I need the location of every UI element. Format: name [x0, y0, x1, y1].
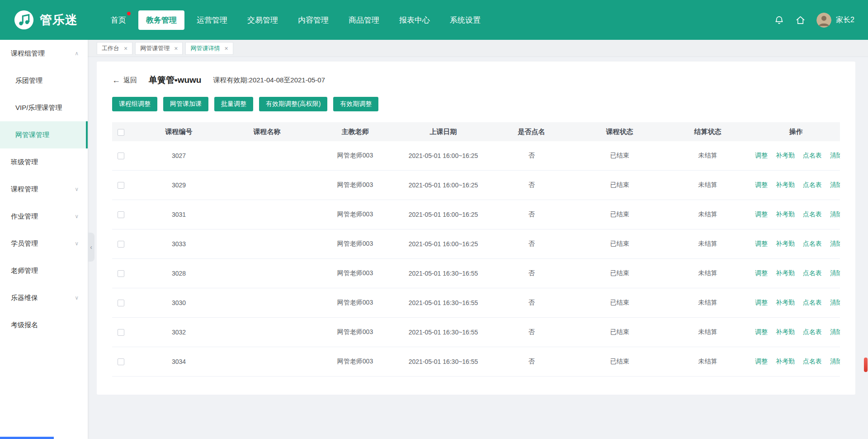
tab-online-course-management[interactable]: 网管课管理 × — [135, 42, 183, 55]
clear-attendance-link[interactable]: 清除考勤 — [830, 181, 840, 189]
adjust-link[interactable]: 调整 — [755, 299, 768, 307]
adjust-link[interactable]: 调整 — [755, 358, 768, 366]
status-cell: 已结束 — [576, 269, 664, 277]
nav-item-label: 首页 — [111, 16, 126, 24]
makeup-attendance-link[interactable]: 补考勤 — [776, 210, 795, 219]
horizontal-scrollbar-thumb[interactable] — [0, 437, 54, 439]
date-cell: 2021-05-01 16:00~16:25 — [399, 181, 487, 189]
validity-adjust-high-perm-button[interactable]: 有效期调整(高权限) — [259, 97, 327, 111]
roll-call-sheet-link[interactable]: 点名表 — [803, 328, 822, 336]
adjust-link[interactable]: 调整 — [755, 210, 768, 219]
row-checkbox[interactable] — [118, 211, 124, 218]
sidebar-item-homework-management[interactable]: 作业管理 ∨ — [0, 203, 88, 230]
sidebar-item-label: 考级报名 — [11, 321, 38, 329]
select-all-checkbox[interactable] — [118, 129, 124, 136]
sidebar-group-course-group-management[interactable]: 课程组管理 ∧ — [0, 40, 88, 67]
sidebar-item-course-management[interactable]: 课程管理 ∨ — [0, 176, 88, 203]
tab-online-course-detail[interactable]: 网管课详情 × — [185, 42, 233, 55]
close-icon[interactable]: × — [224, 45, 228, 52]
nav-item-academic-management[interactable]: 教务管理 — [138, 10, 184, 30]
adjust-link[interactable]: 调整 — [755, 328, 768, 336]
clear-attendance-link[interactable]: 清除考勤 — [830, 299, 840, 307]
roll-call-sheet-link[interactable]: 点名表 — [803, 152, 822, 160]
clear-attendance-link[interactable]: 清除考勤 — [830, 210, 840, 219]
clear-attendance-link[interactable]: 清除考勤 — [830, 269, 840, 277]
settlement-cell: 未结算 — [664, 181, 752, 189]
settlement-cell: 未结算 — [664, 210, 752, 219]
nav-item-system-settings[interactable]: 系统设置 — [442, 10, 488, 30]
makeup-attendance-link[interactable]: 补考勤 — [776, 240, 795, 248]
close-icon[interactable]: × — [174, 45, 178, 52]
nav-item-report-center[interactable]: 报表中心 — [392, 10, 438, 30]
course-group-adjust-button[interactable]: 课程组调整 — [112, 97, 157, 111]
nav-item-product-management[interactable]: 商品管理 — [341, 10, 387, 30]
status-cell: 已结束 — [576, 328, 664, 336]
row-checkbox[interactable] — [118, 358, 124, 365]
nav-item-content-management[interactable]: 内容管理 — [290, 10, 336, 30]
nav-item-operations-management[interactable]: 运营管理 — [189, 10, 235, 30]
clear-attendance-link[interactable]: 清除考勤 — [830, 358, 840, 366]
adjust-link[interactable]: 调整 — [755, 240, 768, 248]
course-id-cell: 3029 — [135, 181, 223, 189]
page-title: 单簧管•wuwu — [149, 74, 201, 86]
sidebar-item-label: 老师管理 — [11, 267, 38, 275]
makeup-attendance-link[interactable]: 补考勤 — [776, 152, 795, 160]
roll-call-sheet-link[interactable]: 点名表 — [803, 269, 822, 277]
clear-attendance-link[interactable]: 清除考勤 — [830, 240, 840, 248]
roll-call-sheet-link[interactable]: 点名表 — [803, 210, 822, 219]
settlement-cell: 未结算 — [664, 328, 752, 336]
roll-call-sheet-link[interactable]: 点名表 — [803, 240, 822, 248]
roll-call-sheet-link[interactable]: 点名表 — [803, 299, 822, 307]
sidebar-item-orchestra-management[interactable]: 乐团管理 — [0, 67, 88, 94]
makeup-attendance-link[interactable]: 补考勤 — [776, 299, 795, 307]
row-checkbox[interactable] — [118, 241, 124, 248]
roll-call-sheet-link[interactable]: 点名表 — [803, 181, 822, 189]
vertical-scrollbar-thumb[interactable] — [864, 358, 868, 372]
sidebar-item-exam-registration[interactable]: 考级报名 — [0, 311, 88, 339]
makeup-attendance-link[interactable]: 补考勤 — [776, 269, 795, 277]
back-arrow-icon: ← — [112, 76, 120, 84]
date-cell: 2021-05-01 16:00~16:25 — [399, 240, 487, 248]
sidebar-item-teacher-management[interactable]: 老师管理 — [0, 257, 88, 284]
adjust-link[interactable]: 调整 — [755, 269, 768, 277]
clear-attendance-link[interactable]: 清除考勤 — [830, 152, 840, 160]
adjust-link[interactable]: 调整 — [755, 181, 768, 189]
sidebar-item-online-course-management[interactable]: 网管课管理 — [0, 121, 88, 148]
tab-label: 网管课详情 — [190, 44, 220, 52]
bell-icon[interactable] — [774, 15, 784, 25]
nav-item-transaction-management[interactable]: 交易管理 — [240, 10, 286, 30]
validity-adjust-button[interactable]: 有效期调整 — [333, 97, 378, 111]
back-button[interactable]: ← 返回 — [112, 76, 137, 85]
sidebar-item-student-management[interactable]: 学员管理 ∨ — [0, 230, 88, 257]
sidebar-item-vip-theory-management[interactable]: VIP/乐理课管理 — [0, 94, 88, 121]
nav-item-home[interactable]: 首页 — [103, 10, 134, 30]
course-validity: 课程有效期:2021-04-08至2021-05-07 — [213, 76, 325, 85]
row-checkbox[interactable] — [118, 270, 124, 277]
content-area: 工作台 × 网管课管理 × 网管课详情 × ← 返回 单簧管•wuwu — [88, 40, 868, 439]
makeup-attendance-link[interactable]: 补考勤 — [776, 328, 795, 336]
teacher-cell: 网管老师003 — [311, 328, 399, 336]
tab-label: 网管课管理 — [140, 44, 170, 52]
settlement-cell: 未结算 — [664, 240, 752, 248]
row-checkbox[interactable] — [118, 153, 124, 159]
user-menu[interactable]: 家长2 — [816, 13, 854, 28]
course-id-cell: 3027 — [135, 152, 223, 159]
batch-adjust-button[interactable]: 批量调整 — [214, 97, 253, 111]
tab-workbench[interactable]: 工作台 × — [97, 42, 132, 55]
add-online-course-button[interactable]: 网管课加课 — [163, 97, 208, 111]
home-icon[interactable] — [795, 15, 806, 25]
row-checkbox[interactable] — [118, 182, 124, 189]
brand-logo-icon — [14, 10, 34, 30]
clear-attendance-link[interactable]: 清除考勤 — [830, 328, 840, 336]
row-checkbox[interactable] — [118, 329, 124, 336]
sidebar-item-instrument-maintenance[interactable]: 乐器维保 ∨ — [0, 284, 88, 311]
row-checkbox[interactable] — [118, 300, 124, 306]
adjust-link[interactable]: 调整 — [755, 152, 768, 160]
table-row: 3028 网管老师003 2021-05-01 16:30~16:55 否 已结… — [112, 259, 840, 288]
sidebar-item-class-management[interactable]: 班级管理 — [0, 148, 88, 176]
close-icon[interactable]: × — [124, 45, 127, 52]
makeup-attendance-link[interactable]: 补考勤 — [776, 358, 795, 366]
roll-call-sheet-link[interactable]: 点名表 — [803, 358, 822, 366]
sidebar-collapse-handle[interactable]: ‹ — [88, 233, 94, 262]
makeup-attendance-link[interactable]: 补考勤 — [776, 181, 795, 189]
